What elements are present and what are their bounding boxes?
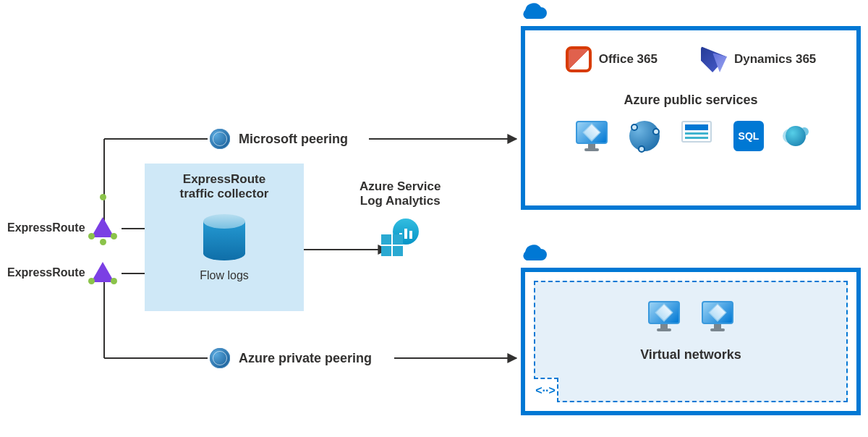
- log-analytics-block: Azure Service Log Analytics: [359, 179, 441, 256]
- office-365-icon: [566, 46, 592, 72]
- expressroute-1-icon: [91, 217, 114, 237]
- vnet-tag-icon: <··>: [534, 378, 558, 402]
- dynamics-365-icon: [701, 46, 727, 72]
- ms-peering-label: Microsoft peering: [239, 132, 348, 147]
- vm-icon: [648, 301, 680, 331]
- flow-logs-db-icon: [203, 214, 245, 260]
- log-analytics-icon: [381, 218, 419, 256]
- private-peering-label: Azure private peering: [239, 351, 372, 366]
- expressroute-1-label: ExpressRoute: [7, 221, 85, 234]
- ms-peering-icon: [210, 129, 230, 149]
- ms-peering-row: Microsoft peering: [210, 129, 348, 149]
- cloud-icon-bottom: [519, 245, 548, 268]
- dynamics-365-item: Dynamics 365: [701, 46, 816, 72]
- virtual-networks-title: Virtual networks: [535, 347, 846, 362]
- private-peering-icon: [210, 348, 230, 368]
- flow-logs-label: Flow logs: [145, 269, 304, 282]
- azure-app-nodes-icon: [629, 121, 660, 151]
- traffic-collector-box: ExpressRoute traffic collector Flow logs: [145, 164, 304, 311]
- expressroute-2-label: ExpressRoute: [7, 266, 85, 279]
- public-services-title: Azure public services: [525, 93, 856, 108]
- virtual-networks-inner: Virtual networks <··>: [534, 281, 848, 402]
- traffic-collector-title: ExpressRoute traffic collector: [145, 172, 304, 201]
- vm-icon: [702, 301, 733, 331]
- private-peering-row: Azure private peering: [210, 348, 372, 368]
- expressroute-2-icon: [91, 262, 114, 282]
- virtual-networks-panel: Virtual networks <··>: [521, 268, 861, 415]
- azure-monitor-icon: [576, 121, 608, 151]
- cloud-icon-top: [519, 3, 548, 26]
- azure-webapp-icon: [681, 121, 712, 143]
- public-services-icons: SQL: [525, 121, 856, 151]
- office-365-item: Office 365: [566, 46, 658, 72]
- log-analytics-title: Azure Service Log Analytics: [359, 179, 441, 208]
- azure-cosmos-icon: [786, 126, 806, 146]
- public-services-panel: Office 365 Dynamics 365 Azure public ser…: [521, 26, 861, 210]
- azure-sql-icon: SQL: [733, 121, 764, 151]
